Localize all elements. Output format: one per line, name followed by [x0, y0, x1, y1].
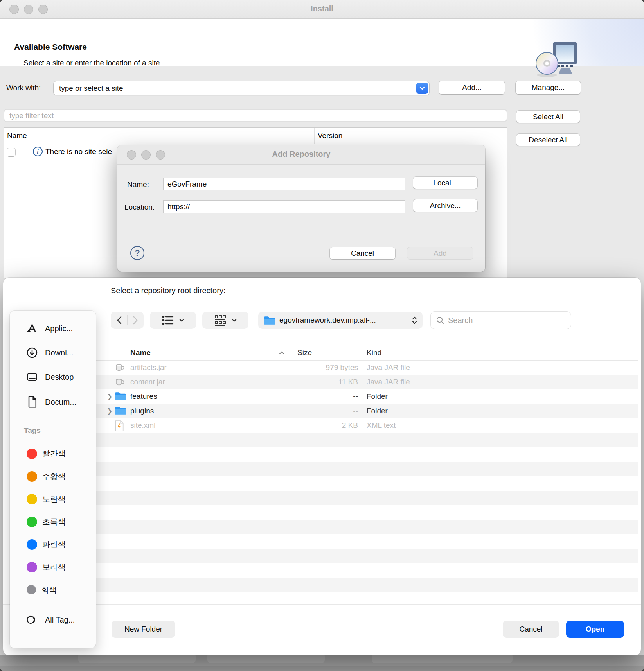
sites-name-header[interactable]: Name: [7, 131, 27, 140]
forward-icon: [133, 316, 138, 325]
file-kind: Java JAR file: [367, 378, 410, 386]
info-icon: i: [33, 147, 43, 156]
dialog-cancel-button[interactable]: Cancel: [330, 247, 395, 259]
purple-tag-icon: [27, 562, 37, 572]
repo-name-input[interactable]: eGovFrame: [164, 178, 405, 190]
sidebar-tag-blue[interactable]: 파란색: [10, 536, 96, 553]
chevron-down-icon[interactable]: [416, 83, 428, 94]
file-name: features: [130, 392, 157, 401]
file-size-header[interactable]: Size: [297, 348, 312, 357]
desktop-icon: [25, 370, 39, 384]
add-repository-dialog: Add Repository Name: eGovFrame Local... …: [117, 145, 485, 272]
tag-label: 초록색: [42, 517, 66, 527]
sidebar-item-label: Desktop: [45, 373, 74, 382]
dialog-add-button[interactable]: Add: [407, 247, 473, 259]
wizard-bottom-edge: [0, 666, 644, 671]
work-with-combo[interactable]: type or select a site: [54, 81, 429, 95]
file-list: artifacts.jar 979 bytes Java JAR file co…: [96, 361, 638, 605]
column-divider[interactable]: [314, 128, 315, 144]
file-name: site.xml: [130, 421, 155, 430]
repo-location-label: Location:: [124, 203, 155, 212]
group-view-control[interactable]: [202, 312, 248, 329]
file-size: 2 KB: [272, 421, 358, 430]
add-button[interactable]: Add...: [439, 81, 505, 94]
list-view-control[interactable]: [150, 312, 196, 329]
archive-button[interactable]: Archive...: [413, 199, 477, 212]
sidebar-item-all-tags[interactable]: All Tag...: [10, 611, 96, 628]
window-titlebar: Install: [0, 0, 644, 19]
file-table-header: Name Size Kind: [96, 345, 638, 361]
deselect-all-button[interactable]: Deselect All: [516, 134, 580, 146]
file-kind: Java JAR file: [367, 363, 410, 372]
sidebar-item-desktop[interactable]: Desktop: [10, 368, 96, 386]
sidebar-item-documents[interactable]: Docum...: [10, 393, 96, 411]
back-icon: [117, 316, 122, 325]
page-title: Available Software: [14, 42, 87, 52]
site-checkbox[interactable]: [7, 148, 15, 156]
yellow-tag-icon: [27, 494, 37, 504]
orange-tag-icon: [27, 471, 37, 482]
document-icon: [25, 395, 39, 409]
sidebar-item-label: All Tag...: [45, 615, 75, 624]
file-row-content[interactable]: content.jar 11 KB Java JAR file: [96, 375, 638, 389]
sites-version-header[interactable]: Version: [318, 131, 342, 140]
sidebar-tag-red[interactable]: 빨간색: [10, 445, 96, 462]
disclosure-chevron-icon[interactable]: ❯: [107, 407, 112, 415]
file-name: artifacts.jar: [130, 363, 167, 372]
all-tags-icon: [25, 613, 39, 626]
folder-icon: [264, 316, 275, 325]
dialog-help-button[interactable]: ?: [130, 246, 144, 260]
sidebar-item-downloads[interactable]: Downl...: [10, 344, 96, 361]
sheet-cancel-button[interactable]: Cancel: [503, 621, 559, 638]
window-title: Install: [0, 4, 644, 13]
file-size: 979 bytes: [272, 363, 358, 372]
sidebar-tag-green[interactable]: 초록색: [10, 513, 96, 530]
work-with-combo-value: type or select a site: [59, 84, 123, 93]
new-folder-button[interactable]: New Folder: [112, 621, 175, 638]
chevron-down-icon: [179, 319, 184, 322]
disclosure-chevron-icon[interactable]: ❯: [107, 393, 112, 401]
file-row-features[interactable]: ❯ features -- Folder: [96, 389, 638, 404]
search-field[interactable]: Search: [430, 311, 571, 329]
file-size: 11 KB: [272, 378, 358, 386]
sidebar-tag-gray[interactable]: 회색: [10, 581, 96, 598]
file-chooser-sheet: Select a repository root directory:: [3, 278, 641, 655]
sidebar-item-applications[interactable]: Applic...: [10, 320, 96, 337]
file-row-artifacts[interactable]: artifacts.jar 979 bytes Java JAR file: [96, 361, 638, 375]
tags-section-label: Tags: [24, 426, 41, 435]
sidebar-item-label: Applic...: [45, 324, 73, 333]
folder-icon: [115, 391, 126, 401]
folder-icon: [115, 406, 126, 415]
file-size: --: [272, 407, 358, 415]
file-chooser-title: Select a repository root directory:: [111, 286, 225, 295]
filter-input[interactable]: type filter text: [4, 109, 507, 122]
search-placeholder: Search: [448, 316, 473, 325]
green-tag-icon: [27, 517, 37, 527]
search-icon: [436, 316, 444, 324]
local-button[interactable]: Local...: [413, 177, 477, 189]
dialog-titlebar: Add Repository: [117, 145, 485, 165]
sidebar-tag-orange[interactable]: 주황색: [10, 468, 96, 485]
gray-tag-icon: [27, 585, 36, 594]
sidebar-item-label: Downl...: [45, 348, 73, 357]
install-software-icon: [535, 41, 578, 81]
file-kind-header[interactable]: Kind: [367, 348, 381, 357]
file-kind: Folder: [367, 392, 388, 401]
file-name-header[interactable]: Name: [130, 348, 151, 357]
current-folder-dropdown[interactable]: egovframework.dev.imp.all-...: [258, 312, 423, 329]
sidebar-tag-yellow[interactable]: 노란색: [10, 490, 96, 508]
work-with-label: Work with:: [6, 84, 41, 92]
manage-button[interactable]: Manage...: [516, 81, 581, 94]
file-row-sitexml[interactable]: site.xml 2 KB XML text: [96, 418, 638, 433]
repo-location-input[interactable]: https://: [164, 201, 405, 213]
nav-back-forward-control[interactable]: [111, 312, 144, 329]
app-store-icon: [25, 322, 39, 335]
select-all-button[interactable]: Select All: [516, 111, 580, 123]
file-row-plugins[interactable]: ❯ plugins -- Folder: [96, 404, 638, 418]
file-name: content.jar: [130, 378, 165, 386]
tag-label: 파란색: [42, 539, 66, 550]
sidebar-tag-purple[interactable]: 보라색: [10, 558, 96, 576]
sort-ascending-icon: [279, 351, 284, 355]
dialog-title: Add Repository: [117, 150, 485, 159]
open-button[interactable]: Open: [566, 621, 624, 638]
